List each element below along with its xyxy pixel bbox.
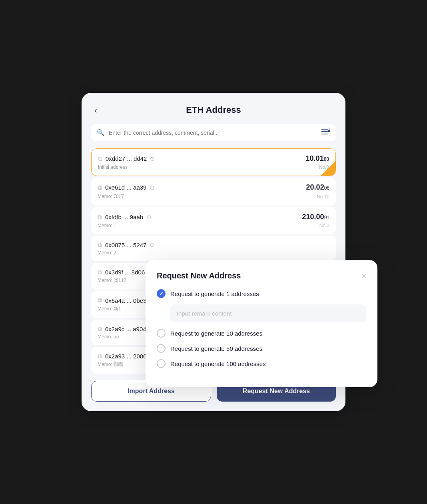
page-title: ETH Address [186, 105, 241, 115]
balance-dec: 91 [324, 215, 329, 220]
address-text: 0x0875 ... 5247 [105, 242, 146, 248]
address-text: 0x3d9f ... 8d06 [105, 269, 145, 276]
no-badge: No.10 [317, 194, 329, 200]
address-text: 0x2a93 ... 2006 [105, 353, 146, 360]
request-address-modal: Request New Address × Request to generat… [146, 260, 377, 387]
modal-header: Request New Address × [157, 271, 366, 280]
modal-close-button[interactable]: × [361, 272, 366, 280]
radio-circle [157, 344, 166, 353]
address-text: 0xdd27 ... dd42 [106, 155, 147, 162]
radio-item[interactable]: Request to generate 10 addresses [157, 329, 366, 338]
radio-item[interactable]: Request to generate 50 addresses [157, 344, 366, 353]
radio-label: Request to generate 10 addresses [170, 330, 262, 337]
memo-text: Memo: OK了 [98, 193, 125, 200]
radio-item[interactable]: Request to generate 100 addresses [157, 359, 366, 368]
memo-text: Memo: 新1 [98, 306, 121, 312]
balance-main: 210.00 [302, 213, 324, 221]
filter-icon [321, 128, 330, 137]
radio-label: Request to generate 50 addresses [170, 345, 262, 352]
radio-item[interactable]: Request to generate 1 addresses [157, 289, 366, 298]
copy-icon[interactable]: ⧉ [98, 214, 102, 221]
address-item[interactable]: ⧉ 0xe61d ... aa39 ⊙ 20.02 08 Memo: OK了 N… [91, 178, 336, 206]
modal-title: Request New Address [157, 271, 241, 280]
copy-icon[interactable]: ⧉ [98, 325, 102, 332]
no-badge: No.2 [319, 223, 329, 228]
copy-icon[interactable]: ⧉ [98, 352, 102, 360]
radio-circle [157, 289, 166, 298]
memo-text: Memo: 圆112 [98, 277, 126, 284]
address-text: 0xfdfb ... 9aab [105, 214, 143, 220]
radio-circle [157, 329, 166, 338]
remark-input[interactable] [170, 304, 366, 322]
address-item[interactable]: ⧉ 0xdd27 ... dd42 ⊙ 10.01 88 Initial add… [91, 148, 336, 176]
balance-main: 20.02 [306, 183, 324, 192]
search-bar: 🔍 [91, 124, 336, 141]
search-icon: 🔍 [97, 129, 105, 136]
address-item[interactable]: ⧉ 0xfdfb ... 9aab ⊙ 210.00 91 Memo: - No… [91, 207, 336, 234]
modal-option-item: Request to generate 1 addresses [157, 289, 366, 329]
filter-button[interactable] [321, 128, 330, 137]
memo-text: Memo: - [98, 223, 115, 228]
radio-label: Request to generate 100 addresses [170, 360, 266, 367]
search-address-icon[interactable]: ⊙ [146, 214, 152, 221]
copy-icon[interactable]: ⧉ [98, 184, 102, 191]
modal-option-item: Request to generate 10 addresses [157, 329, 366, 338]
address-text: 0xe61d ... aa39 [105, 184, 146, 191]
header: ‹ ETH Address [91, 105, 336, 115]
copy-icon[interactable]: ⧉ [98, 297, 102, 304]
radio-circle [157, 359, 166, 368]
modal-option-item: Request to generate 100 addresses [157, 359, 366, 368]
balance-dec: 08 [324, 185, 329, 191]
memo-text: Initial address [98, 164, 128, 170]
address-item[interactable]: ⧉ 0x0875 ... 5247 ⊙ Memo: 2 [91, 236, 336, 261]
memo-text: Memo: uu [98, 334, 119, 340]
search-address-icon[interactable]: ⊙ [150, 184, 155, 191]
search-address-icon[interactable]: ⊙ [150, 155, 155, 162]
selected-corner-tag [321, 161, 335, 176]
copy-icon[interactable]: ⧉ [98, 155, 102, 162]
modal-options: Request to generate 1 addressesRequest t… [157, 289, 366, 368]
search-address-icon[interactable]: ⊙ [150, 241, 155, 248]
copy-icon[interactable]: ⧉ [98, 268, 102, 276]
copy-icon[interactable]: ⧉ [98, 241, 102, 248]
modal-option-item: Request to generate 50 addresses [157, 344, 366, 353]
back-button[interactable]: ‹ [91, 104, 100, 116]
address-text: 0x2a9c ... a904 [105, 326, 146, 332]
radio-label: Request to generate 1 addresses [170, 290, 259, 297]
address-text: 0x6a4a ... 0be3 [105, 297, 146, 304]
memo-text: Memo: 哦哦 [98, 361, 123, 368]
memo-text: Memo: 2 [98, 250, 116, 256]
search-input[interactable] [109, 130, 317, 136]
